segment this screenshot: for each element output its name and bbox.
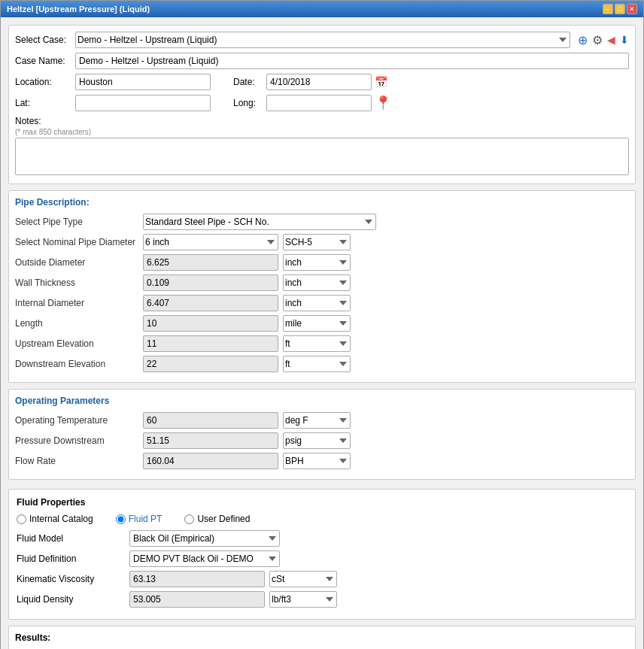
kinematic-viscosity-unit[interactable]: cStcp (269, 571, 337, 587)
select-case-dropdown[interactable]: Demo - Heltzel - Upstream (Liquid) (75, 32, 570, 48)
fluid-definition-select[interactable]: DEMO PVT Black Oil - DEMO (129, 550, 280, 567)
internal-catalog-option[interactable]: Internal Catalog (17, 514, 93, 524)
date-input[interactable] (266, 74, 372, 90)
flow-rate-input[interactable] (143, 453, 278, 469)
outside-diameter-input[interactable] (143, 254, 278, 271)
operating-temp-input[interactable] (143, 412, 278, 429)
kinematic-viscosity-label: Kinematic Viscosity (17, 574, 129, 584)
downstream-elevation-row: Downstream Elevation ftm (15, 356, 629, 372)
wall-thickness-unit[interactable]: inchmm (283, 274, 351, 291)
pressure-downstream-row: Pressure Downstream psigpsiabar (15, 432, 629, 449)
user-defined-option[interactable]: User Defined (184, 514, 250, 524)
fluid-properties-section: Fluid Properties Internal Catalog Fluid … (8, 489, 636, 620)
liquid-density-row: Liquid Density lb/ft3kg/m3 (17, 591, 627, 608)
liquid-density-input[interactable] (129, 591, 265, 608)
internal-catalog-radio[interactable] (17, 514, 26, 524)
notes-label: Notes: (15, 116, 41, 126)
window-title: Heltzel [Upstream Pressure] (Liquid) (7, 5, 150, 14)
fluid-pt-label: Fluid PT (129, 514, 163, 524)
downstream-elevation-input[interactable] (143, 356, 278, 372)
case-name-input[interactable] (75, 53, 629, 69)
main-content: Select Case: Demo - Heltzel - Upstream (… (1, 17, 643, 649)
toolbar-icons: ⊕ ⚙ ◀ ⬇ (578, 33, 629, 47)
downstream-elevation-label: Downstream Elevation (15, 359, 143, 369)
lat-long-row: Lat: Long: 📍 (15, 95, 629, 111)
kinematic-viscosity-input[interactable] (129, 571, 265, 587)
close-button[interactable]: ✕ (627, 4, 637, 14)
internal-diameter-unit[interactable]: inchmm (283, 295, 351, 311)
internal-diameter-input[interactable] (143, 295, 278, 311)
upstream-elevation-unit[interactable]: ftm (283, 335, 351, 352)
outside-diameter-label: Outside Diameter (15, 257, 143, 268)
pressure-downstream-unit[interactable]: psigpsiabar (283, 432, 351, 449)
select-case-label: Select Case: (15, 35, 75, 45)
wall-thickness-row: Wall Thickness inchmm (15, 274, 629, 291)
select-pipe-type-row: Select Pipe Type Standard Steel Pipe - S… (15, 214, 629, 230)
fluid-definition-label: Fluid Definition (17, 553, 129, 564)
maximize-button[interactable]: □ (615, 4, 625, 14)
operating-parameters-section: Operating Parameters Operating Temperatu… (8, 389, 636, 480)
flow-rate-unit[interactable]: BPHGPM (283, 453, 351, 469)
internal-catalog-label: Internal Catalog (29, 514, 93, 524)
upstream-elevation-label: Upstream Elevation (15, 338, 143, 349)
fluid-definition-row: Fluid Definition DEMO PVT Black Oil - DE… (17, 550, 627, 567)
nominal-diameter-select[interactable]: 6 inch (143, 234, 278, 250)
operating-temp-row: Operating Temperature deg Fdeg C (15, 412, 629, 429)
upstream-elevation-input[interactable] (143, 335, 278, 352)
wall-thickness-input[interactable] (143, 274, 278, 291)
outside-diameter-unit[interactable]: inchmm (283, 254, 351, 271)
operating-parameters-title: Operating Parameters (15, 396, 629, 406)
fluid-pt-option[interactable]: Fluid PT (116, 514, 163, 524)
internal-diameter-label: Internal Diameter (15, 298, 143, 308)
length-unit[interactable]: mileftkm (283, 315, 351, 332)
liquid-density-label: Liquid Density (17, 594, 129, 605)
operating-temp-unit[interactable]: deg Fdeg C (283, 412, 351, 429)
user-defined-radio[interactable] (184, 514, 194, 524)
flow-rate-label: Flow Rate (15, 456, 143, 466)
lat-input[interactable] (75, 95, 211, 111)
add-icon[interactable]: ⊕ (578, 33, 588, 47)
nominal-diameter-row: Select Nominal Pipe Diameter 6 inch SCH-… (15, 234, 629, 250)
nominal-diameter-label: Select Nominal Pipe Diameter (15, 237, 143, 247)
kinematic-viscosity-row: Kinematic Viscosity cStcp (17, 571, 627, 587)
notes-textarea[interactable] (15, 138, 629, 175)
lat-label: Lat: (15, 98, 75, 108)
fluid-pt-radio[interactable] (116, 514, 126, 524)
upstream-elevation-row: Upstream Elevation ftm (15, 335, 629, 352)
length-label: Length (15, 318, 143, 329)
download-icon[interactable]: ⬇ (620, 34, 629, 46)
share-icon[interactable]: ◀ (607, 34, 615, 46)
minimize-button[interactable]: – (603, 4, 613, 14)
fluid-radio-row: Internal Catalog Fluid PT User Defined (17, 514, 627, 524)
main-window: Heltzel [Upstream Pressure] (Liquid) – □… (0, 0, 644, 649)
results-section: Results: Upstream Pressure psigpsiabar P… (8, 626, 636, 649)
pressure-downstream-input[interactable] (143, 432, 278, 449)
select-pipe-type-label: Select Pipe Type (15, 217, 143, 227)
location-label: Location: (15, 77, 75, 87)
pipe-type-select[interactable]: Standard Steel Pipe - SCH No. (143, 214, 376, 230)
location-pin-icon[interactable]: 📍 (375, 95, 391, 111)
internal-diameter-row: Internal Diameter inchmm (15, 295, 629, 311)
flow-rate-row: Flow Rate BPHGPM (15, 453, 629, 469)
fluid-properties-title: Fluid Properties (17, 497, 627, 508)
pipe-description-title: Pipe Description: (15, 197, 629, 208)
downstream-elevation-unit[interactable]: ftm (283, 356, 351, 372)
fluid-model-select[interactable]: Black Oil (Empirical) (129, 530, 280, 547)
fluid-model-label: Fluid Model (17, 533, 129, 544)
operating-temp-label: Operating Temperature (15, 415, 143, 426)
pressure-downstream-label: Pressure Downstream (15, 435, 143, 446)
length-input[interactable] (143, 315, 278, 332)
select-case-row: Select Case: Demo - Heltzel - Upstream (… (15, 32, 629, 48)
case-name-label: Case Name: (15, 56, 75, 66)
outside-diameter-row: Outside Diameter inchmm (15, 254, 629, 271)
calendar-icon[interactable]: 📅 (375, 76, 387, 88)
notes-sub-label: (* max 850 characters) (15, 128, 629, 136)
sch-select[interactable]: SCH-5 (283, 234, 351, 250)
top-section: Select Case: Demo - Heltzel - Upstream (… (8, 25, 636, 184)
location-input[interactable] (75, 74, 211, 90)
long-input[interactable] (266, 95, 372, 111)
fluid-model-row: Fluid Model Black Oil (Empirical) (17, 530, 627, 547)
case-name-row: Case Name: (15, 53, 629, 69)
gear-icon[interactable]: ⚙ (592, 33, 603, 47)
liquid-density-unit[interactable]: lb/ft3kg/m3 (269, 591, 337, 608)
